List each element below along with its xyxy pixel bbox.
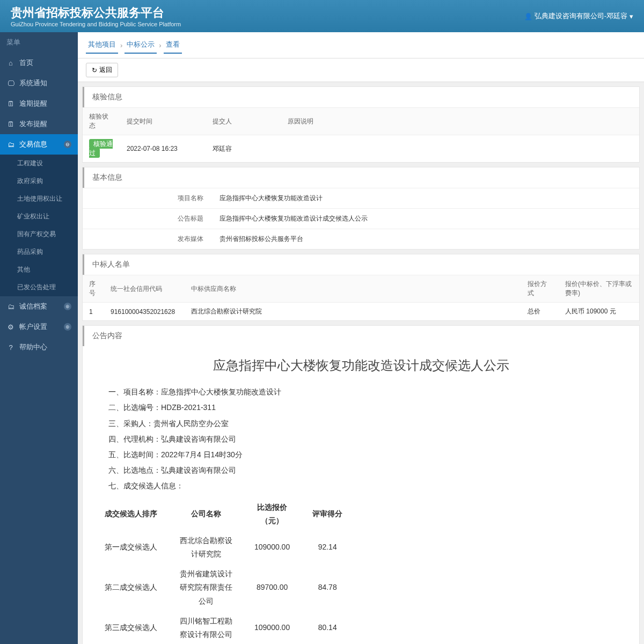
th: 提交时间 [120,108,206,135]
user-info[interactable]: 弘典建设咨询有限公司-邓廷容 ▾ [524,11,633,21]
breadcrumb-item[interactable]: 中标公示 [125,36,157,54]
doc-line: 四、代理机构：弘典建设咨询有限公司 [108,433,628,446]
th: 成交候选人排序 [93,497,169,531]
cell-reason [281,135,639,163]
reload-icon: ↻ [92,67,97,74]
collapse-icon[interactable]: ⊖ [64,141,71,148]
archive-icon: 🗂 [6,302,15,311]
submenu-item[interactable]: 矿业权出让 [0,208,78,225]
doc-line: 七、成交候选人信息： [108,479,628,493]
sidebar-item-account[interactable]: ⚙ 帐户设置 ⊕ [0,317,78,337]
cell: 84.78 [301,564,354,611]
menu-header: 菜单 [0,32,78,53]
table-row: 核验通过 2022-07-08 16:23 邓廷容 [83,135,639,163]
doc-line: 一、项目名称：应急指挥中心大楼恢复功能改造设计 [108,385,628,399]
submenu-trade: 工程建设 政府采购 土地使用权出让 矿业权出让 国有产权交易 药品采购 其他 已… [0,155,78,296]
cell: 四川铭智工程勘察设计有限公司 [169,611,244,644]
table-row: 1 916100004352021628 西北综合勘察设计研究院 总价 人民币 … [83,303,639,321]
sidebar-item-notice[interactable]: 🖵 系统通知 [0,73,78,93]
help-icon: ? [6,343,15,352]
app-header: 贵州省招标投标公共服务平台 GuiZhou Province Tendering… [0,0,644,32]
cell-person: 邓廷容 [206,135,281,163]
expand-icon[interactable]: ⊕ [64,323,71,331]
table-header-row: 序号 统一社会信用代码 中标供应商名称 报价方式 报价(中标价、下浮率或费率) [83,275,639,303]
th: 序号 [83,275,104,303]
th: 提交人 [206,108,281,135]
doc-title: 应急指挥中心大楼恢复功能改造设计成交候选人公示 [93,354,628,377]
app-subtitle: GuiZhou Province Tendering and Bidding P… [11,21,181,27]
sidebar-item-home[interactable]: ⌂ 首页 [0,53,78,73]
th: 公司名称 [169,497,244,531]
cell: 92.14 [301,531,354,564]
submenu-item[interactable]: 已发公告处理 [0,279,78,296]
sidebar-label: 交易信息 [19,140,47,149]
bidders-table: 序号 统一社会信用代码 中标供应商名称 报价方式 报价(中标价、下浮率或费率) … [83,275,639,320]
table-header-row: 核验状态 提交时间 提交人 原因说明 [83,108,639,135]
table-row: 第一成交候选人 西北综合勘察设计研究院 109000.00 92.14 [93,531,354,564]
chevron-right-icon: › [120,41,122,49]
chevron-right-icon: › [159,41,161,49]
back-label: 返回 [99,65,112,75]
form-label: 发布媒体 [83,229,211,249]
app-title: 贵州省招标投标公共服务平台 [11,5,181,21]
submenu-item[interactable]: 药品采购 [0,243,78,261]
chevron-down-icon: ▾ [630,12,633,20]
main-content: 其他项目 › 中标公示 › 查看 ↻ 返回 核验信息 核验状态 提交时间 提交人… [78,32,644,644]
th: 核验状态 [83,108,120,135]
submenu-item[interactable]: 政府采购 [0,172,78,190]
sidebar-item-trade[interactable]: 🗂 交易信息 ⊖ [0,134,78,155]
cell: 第二成交候选人 [93,564,169,611]
form-row: 项目名称 应急指挥中心大楼恢复功能改造设计 [83,188,639,208]
panel-content: 公告内容 应急指挥中心大楼恢复功能改造设计成交候选人公示 一、项目名称：应急指挥… [82,325,640,644]
panel-title: 核验信息 [83,87,639,107]
sidebar-label: 逾期提醒 [19,99,47,108]
form-row: 发布媒体 贵州省招标投标公共服务平台 [83,229,639,249]
sidebar-label: 帮助中心 [19,342,47,352]
submenu-item[interactable]: 工程建设 [0,155,78,172]
sidebar-item-credit[interactable]: 🗂 诚信档案 ⊕ [0,296,78,317]
calendar-icon: 🗓 [6,120,15,128]
monitor-icon: 🖵 [6,79,15,87]
doc-line: 六、比选地点：弘典建设咨询有限公司 [108,464,628,477]
cell-time: 2022-07-08 16:23 [120,135,206,163]
candidates-table: 成交候选人排序 公司名称 比选报价（元） 评审得分 第一成交候选人 西北综合勘察… [93,497,354,645]
form-value: 应急指挥中心大楼恢复功能改造设计成交候选人公示 [211,209,639,229]
back-button[interactable]: ↻ 返回 [86,63,118,77]
document-body: 应急指挥中心大楼恢复功能改造设计成交候选人公示 一、项目名称：应急指挥中心大楼恢… [83,346,639,644]
form-value: 应急指挥中心大楼恢复功能改造设计 [211,188,639,208]
doc-line: 二、比选编号：HDZB-2021-311 [108,401,628,414]
sidebar-label: 首页 [19,58,33,68]
th: 统一社会信用代码 [104,275,185,303]
sidebar-item-publish[interactable]: 🗓 发布提醒 [0,114,78,134]
sidebar-label: 诚信档案 [19,302,47,311]
submenu-item[interactable]: 国有产权交易 [0,225,78,243]
sidebar: 菜单 ⌂ 首页 🖵 系统通知 🗓 逾期提醒 🗓 发布提醒 🗂 交易信息 ⊖ 工程… [0,32,78,644]
sidebar-item-overdue[interactable]: 🗓 逾期提醒 [0,93,78,114]
cell: 916100004352021628 [104,303,185,321]
sidebar-item-help[interactable]: ? 帮助中心 [0,337,78,357]
form-value: 贵州省招标投标公共服务平台 [211,229,639,249]
table-row: 第二成交候选人 贵州省建筑设计研究院有限责任公司 89700.00 84.78 [93,564,354,611]
form-label: 公告标题 [83,209,211,229]
cell: 人民币 109000 元 [559,303,639,321]
th: 评审得分 [301,497,354,531]
submenu-item[interactable]: 土地使用权出让 [0,190,78,208]
expand-icon[interactable]: ⊕ [64,303,71,310]
folder-icon: 🗂 [6,140,15,149]
breadcrumb-item[interactable]: 其他项目 [86,36,118,54]
sidebar-label: 帐户设置 [19,322,47,332]
cell: 89700.00 [244,564,301,611]
status-badge: 核验通过 [89,139,113,158]
table-header-row: 成交候选人排序 公司名称 比选报价（元） 评审得分 [93,497,354,531]
submenu-item[interactable]: 其他 [0,261,78,279]
cell: 1 [83,303,104,321]
user-name: 弘典建设咨询有限公司-邓廷容 [535,11,627,21]
toolbar: ↻ 返回 [78,58,644,82]
breadcrumb-item[interactable]: 查看 [164,36,182,54]
th: 比选报价（元） [244,497,301,531]
th: 原因说明 [281,108,639,135]
verify-table: 核验状态 提交时间 提交人 原因说明 核验通过 2022-07-08 16:23… [83,107,639,162]
cell: 贵州省建筑设计研究院有限责任公司 [169,564,244,611]
cell: 80.14 [301,611,354,644]
cell: 第一成交候选人 [93,531,169,564]
